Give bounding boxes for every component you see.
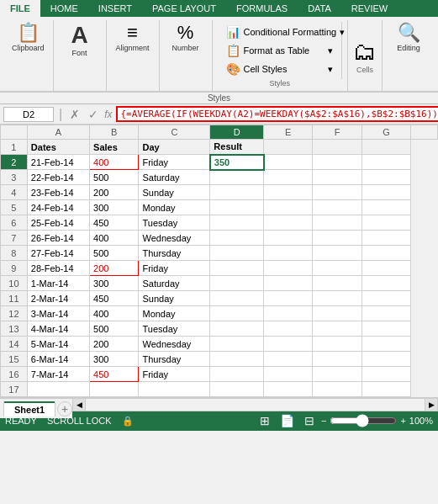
cell-a2[interactable]: 21-Feb-14 — [27, 155, 89, 170]
row-header-12[interactable]: 12 — [1, 306, 28, 321]
row-header-14[interactable]: 14 — [1, 337, 28, 352]
cell-a15[interactable]: 6-Mar-14 — [27, 352, 89, 367]
cell-b6[interactable]: 450 — [90, 215, 139, 231]
cell-d5[interactable] — [210, 200, 264, 215]
cell-d2[interactable]: 350 — [210, 155, 264, 170]
cell-a14[interactable]: 5-Mar-14 — [27, 337, 89, 352]
cell-f5[interactable] — [313, 200, 361, 215]
cell-c3[interactable]: Saturday — [139, 170, 210, 185]
page-layout-btn[interactable]: 📄 — [277, 413, 298, 428]
cell-c15[interactable]: Thursday — [139, 352, 210, 367]
cell-d9[interactable] — [210, 261, 264, 276]
cell-d6[interactable] — [210, 215, 264, 231]
format-as-table-btn[interactable]: 📋 Format as Table ▾ — [223, 42, 336, 59]
cell-e8[interactable] — [264, 246, 313, 261]
cell-c5[interactable]: Monday — [139, 200, 210, 215]
cell-a7[interactable]: 26-Feb-14 — [27, 231, 89, 246]
cell-e17[interactable] — [264, 382, 313, 397]
cell-b9[interactable]: 200 — [90, 261, 139, 276]
cell-d11[interactable] — [210, 291, 264, 306]
cell-a8[interactable]: 27-Feb-14 — [27, 246, 89, 261]
row-header-13[interactable]: 13 — [1, 321, 28, 337]
col-header-B[interactable]: B — [90, 125, 139, 140]
cell-b1[interactable]: Sales — [90, 140, 139, 155]
cell-f8[interactable] — [313, 246, 361, 261]
cell-c11[interactable]: Sunday — [139, 291, 210, 306]
cell-c4[interactable]: Sunday — [139, 185, 210, 200]
cell-g6[interactable] — [361, 215, 410, 231]
cell-g5[interactable] — [361, 200, 410, 215]
cell-e12[interactable] — [264, 306, 313, 321]
cell-c16[interactable]: Friday — [139, 367, 210, 382]
cell-f1[interactable] — [313, 140, 361, 155]
cell-f3[interactable] — [313, 170, 361, 185]
row-header-15[interactable]: 15 — [1, 352, 28, 367]
cell-c12[interactable]: Monday — [139, 306, 210, 321]
row-header-11[interactable]: 11 — [1, 291, 28, 306]
zoom-minus-btn[interactable]: − — [321, 416, 326, 426]
cell-c7[interactable]: Wednesday — [139, 231, 210, 246]
cell-g4[interactable] — [361, 185, 410, 200]
cell-d17[interactable] — [210, 382, 264, 397]
row-header-1[interactable]: 1 — [1, 140, 28, 155]
cell-f16[interactable] — [313, 367, 361, 382]
page-break-btn[interactable]: ⊟ — [301, 413, 318, 428]
tab-insert[interactable]: INSERT — [88, 0, 142, 17]
tab-home[interactable]: HOME — [40, 0, 88, 17]
cell-g13[interactable] — [361, 321, 410, 337]
cell-a3[interactable]: 22-Feb-14 — [27, 170, 89, 185]
cell-f13[interactable] — [313, 321, 361, 337]
cell-e10[interactable] — [264, 276, 313, 291]
cell-d16[interactable] — [210, 367, 264, 382]
cell-g1[interactable] — [361, 140, 410, 155]
cell-a13[interactable]: 4-Mar-14 — [27, 321, 89, 337]
cancel-formula-btn[interactable]: ✗ — [67, 108, 82, 121]
hscroll-track[interactable] — [86, 398, 425, 411]
cell-f10[interactable] — [313, 276, 361, 291]
cell-e15[interactable] — [264, 352, 313, 367]
cell-f14[interactable] — [313, 337, 361, 352]
cell-c2[interactable]: Friday — [139, 155, 210, 170]
cell-a6[interactable]: 25-Feb-14 — [27, 215, 89, 231]
number-btn[interactable]: % Number — [165, 22, 207, 54]
sheet-tab-1[interactable]: Sheet1 — [3, 401, 55, 416]
cell-g15[interactable] — [361, 352, 410, 367]
tab-review[interactable]: REVIEW — [341, 0, 398, 17]
cell-b4[interactable]: 200 — [90, 185, 139, 200]
cell-f6[interactable] — [313, 215, 361, 231]
cell-g17[interactable] — [361, 382, 410, 397]
cell-a16[interactable]: 7-Mar-14 — [27, 367, 89, 382]
cell-e14[interactable] — [264, 337, 313, 352]
cell-f12[interactable] — [313, 306, 361, 321]
accept-formula-btn[interactable]: ✓ — [86, 108, 101, 121]
cell-g11[interactable] — [361, 291, 410, 306]
cell-g10[interactable] — [361, 276, 410, 291]
cell-g3[interactable] — [361, 170, 410, 185]
cell-f11[interactable] — [313, 291, 361, 306]
cell-a4[interactable]: 23-Feb-14 — [27, 185, 89, 200]
cell-d10[interactable] — [210, 276, 264, 291]
cell-b11[interactable]: 450 — [90, 291, 139, 306]
cell-e11[interactable] — [264, 291, 313, 306]
cell-e9[interactable] — [264, 261, 313, 276]
cell-c6[interactable]: Tuesday — [139, 215, 210, 231]
font-btn[interactable]: A Font — [59, 22, 101, 59]
cell-c9[interactable]: Friday — [139, 261, 210, 276]
cell-b16[interactable]: 450 — [90, 367, 139, 382]
col-header-D[interactable]: D — [210, 125, 264, 140]
tab-file[interactable]: FILE — [0, 0, 40, 17]
cell-c14[interactable]: Wednesday — [139, 337, 210, 352]
cell-e1[interactable] — [264, 140, 313, 155]
col-header-E[interactable]: E — [264, 125, 313, 140]
cell-b3[interactable]: 500 — [90, 170, 139, 185]
row-header-10[interactable]: 10 — [1, 276, 28, 291]
cell-f17[interactable] — [313, 382, 361, 397]
cell-a11[interactable]: 2-Mar-14 — [27, 291, 89, 306]
cell-c17[interactable] — [139, 382, 210, 397]
col-header-G[interactable]: G — [361, 125, 410, 140]
cell-d4[interactable] — [210, 185, 264, 200]
cell-c1[interactable]: Day — [139, 140, 210, 155]
cell-b17[interactable] — [90, 382, 139, 397]
cell-g9[interactable] — [361, 261, 410, 276]
cell-b8[interactable]: 500 — [90, 246, 139, 261]
